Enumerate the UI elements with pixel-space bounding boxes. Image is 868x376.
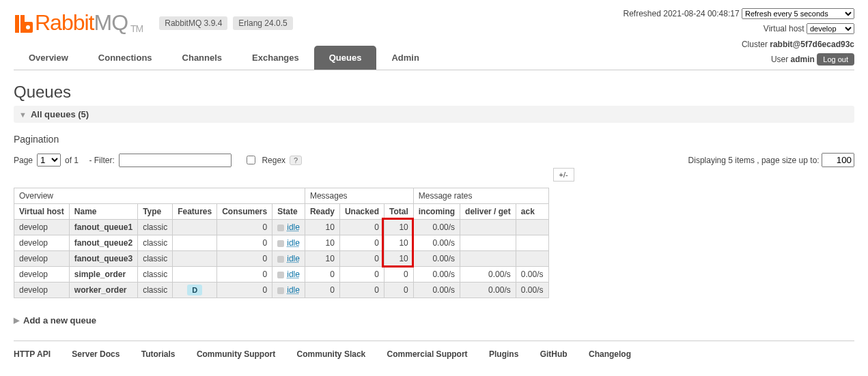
th-vhost[interactable]: Virtual host <box>14 204 70 220</box>
refreshed-label: Refreshed <box>624 9 661 18</box>
vhost-select[interactable]: develop <box>807 23 854 34</box>
display-count-text: Displaying 5 items , page size up to: <box>688 156 820 165</box>
cell-total: 10 <box>384 220 413 235</box>
cell-ready: 0 <box>305 267 339 283</box>
cell-ack: 0.00/s <box>516 267 548 283</box>
footer-server-docs[interactable]: Server Docs <box>72 349 120 359</box>
all-queues-label: All queues (5) <box>31 109 89 119</box>
th-name[interactable]: Name <box>69 204 137 220</box>
cell-ack: 0.00/s <box>516 283 548 298</box>
cell-ready: 10 <box>305 235 339 251</box>
state-dot-icon <box>277 256 284 263</box>
regex-help[interactable]: ? <box>290 156 302 165</box>
cell-vhost: develop <box>14 283 70 298</box>
cell-total: 10 <box>384 235 413 251</box>
th-incoming[interactable]: incoming <box>413 204 460 220</box>
tab-channels[interactable]: Channels <box>167 46 238 70</box>
svg-rect-0 <box>15 15 19 33</box>
cell-consumers: 0 <box>217 267 272 283</box>
cell-incoming: 0.00/s <box>413 267 460 283</box>
tab-queues[interactable]: Queues <box>314 46 377 70</box>
cell-type: classic <box>138 283 173 298</box>
th-unacked[interactable]: Unacked <box>339 204 384 220</box>
footer-tutorials[interactable]: Tutorials <box>141 349 176 359</box>
durable-badge: D <box>187 285 202 295</box>
footer: HTTP API Server Docs Tutorials Community… <box>14 341 854 359</box>
cell-state: idle <box>272 220 305 235</box>
cell-ready: 10 <box>305 220 339 235</box>
tab-overview[interactable]: Overview <box>14 46 83 70</box>
queue-name-link[interactable]: fanout_queue2 <box>74 238 132 248</box>
table-row: developsimple_orderclassic0idle0000.00/s… <box>14 267 549 283</box>
cell-type: classic <box>138 220 173 235</box>
logo-text-brand: Rabbit <box>35 10 94 35</box>
page-of-text: of 1 <box>65 156 79 165</box>
cell-vhost: develop <box>14 251 70 267</box>
pagination-title: Pagination <box>14 134 854 145</box>
cell-deliver <box>460 251 516 267</box>
user-value: admin <box>791 55 815 64</box>
footer-community-slack[interactable]: Community Slack <box>297 349 366 359</box>
tab-exchanges[interactable]: Exchanges <box>237 46 314 70</box>
refresh-interval-select[interactable]: Refresh every 5 seconds <box>742 8 854 19</box>
cell-incoming: 0.00/s <box>413 283 460 298</box>
cell-unacked: 0 <box>339 220 384 235</box>
cell-deliver: 0.00/s <box>460 267 516 283</box>
footer-commercial-support[interactable]: Commercial Support <box>387 349 468 359</box>
footer-changelog[interactable]: Changelog <box>589 349 631 359</box>
footer-plugins[interactable]: Plugins <box>489 349 518 359</box>
state-dot-icon <box>277 287 284 294</box>
cell-deliver <box>460 235 516 251</box>
cluster-value: rabbit@5f7d6ecad93c <box>770 40 854 49</box>
tab-connections[interactable]: Connections <box>83 46 167 70</box>
cell-ready: 0 <box>305 283 339 298</box>
columns-toggle[interactable]: +/- <box>553 168 574 182</box>
cell-unacked: 0 <box>339 267 384 283</box>
user-label: User <box>771 55 788 64</box>
th-ack[interactable]: ack <box>516 204 548 220</box>
table-row: developfanout_queue2classic0idle100100.0… <box>14 235 549 251</box>
queue-name-link[interactable]: fanout_queue3 <box>74 254 132 263</box>
th-group-rates: Message rates <box>413 188 548 204</box>
rabbitmq-version-badge: RabbitMQ 3.9.4 <box>159 16 227 30</box>
add-queue-label: Add a new queue <box>23 315 96 326</box>
filter-input[interactable] <box>119 154 232 167</box>
page-label: Page <box>14 156 33 165</box>
th-state[interactable]: State <box>272 204 305 220</box>
queues-table: Overview Messages Message rates Virtual … <box>14 188 549 298</box>
regex-checkbox[interactable] <box>247 156 255 164</box>
queue-name-link[interactable]: simple_order <box>74 270 126 279</box>
th-features[interactable]: Features <box>173 204 217 220</box>
logo-tm: TM <box>130 23 143 34</box>
cell-consumers: 0 <box>217 235 272 251</box>
tab-admin[interactable]: Admin <box>376 46 434 70</box>
cell-deliver: 0.00/s <box>460 283 516 298</box>
cell-unacked: 0 <box>339 283 384 298</box>
footer-community-support[interactable]: Community Support <box>197 349 275 359</box>
footer-http-api[interactable]: HTTP API <box>14 349 51 359</box>
logout-button[interactable]: Log out <box>817 53 854 66</box>
page-select[interactable]: 1 <box>37 154 61 167</box>
cell-unacked: 0 <box>339 251 384 267</box>
table-row: developfanout_queue1classic0idle100100.0… <box>14 220 549 235</box>
cell-total: 0 <box>384 267 413 283</box>
cell-type: classic <box>138 235 173 251</box>
cell-incoming: 0.00/s <box>413 251 460 267</box>
queue-name-link[interactable]: fanout_queue1 <box>74 222 132 232</box>
footer-github[interactable]: GitHub <box>540 349 568 359</box>
th-total[interactable]: Total <box>384 204 413 220</box>
cell-state: idle <box>272 267 305 283</box>
cell-features <box>173 251 217 267</box>
cell-ack <box>516 235 548 251</box>
add-queue-section[interactable]: ▶ Add a new queue <box>14 315 854 326</box>
all-queues-header[interactable]: ▼ All queues (5) <box>14 106 854 123</box>
queue-name-link[interactable]: worker_order <box>74 285 127 295</box>
state-dot-icon <box>277 240 284 247</box>
th-ready[interactable]: Ready <box>305 204 339 220</box>
page-size-input[interactable] <box>822 153 854 167</box>
th-deliver[interactable]: deliver / get <box>460 204 516 220</box>
cell-vhost: develop <box>14 220 70 235</box>
cell-consumers: 0 <box>217 220 272 235</box>
th-type[interactable]: Type <box>138 204 173 220</box>
th-consumers[interactable]: Consumers <box>217 204 272 220</box>
